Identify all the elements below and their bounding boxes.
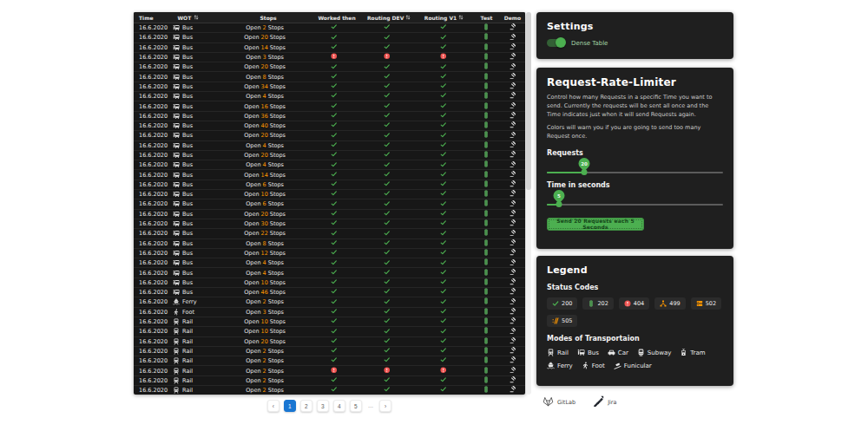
- scrollbar-thumb[interactable]: [526, 12, 531, 190]
- table-row[interactable]: 16.6.2020 Bus Open 36 Stops: [134, 112, 525, 121]
- check-icon: [331, 269, 338, 278]
- table-row[interactable]: 16.6.2020 Bus Open 4 Stops: [134, 92, 525, 101]
- bus-icon: [577, 349, 585, 356]
- table-row[interactable]: 16.6.2020 Rail Open 2 Stops: [134, 366, 525, 375]
- table-row[interactable]: 16.6.2020 Bus Open 34 Stops: [134, 82, 525, 92]
- mode-label: Bus: [182, 200, 193, 207]
- column-header[interactable]: Time: [134, 15, 178, 21]
- time-slider[interactable]: 5: [547, 204, 723, 206]
- column-header[interactable]: Routing DEV: [363, 15, 415, 21]
- column-header[interactable]: Demo: [500, 15, 525, 21]
- table-row[interactable]: 16.6.2020 Rail Open 2 Stops: [134, 376, 525, 386]
- pagination-page-button[interactable]: 4: [333, 400, 345, 412]
- cell-stops: Open 6 Stops: [221, 200, 307, 207]
- check-icon: [331, 132, 338, 140]
- column-header[interactable]: Routing V1: [415, 15, 473, 21]
- table-row[interactable]: 16.6.2020 Bus Open 20 Stops: [134, 210, 525, 219]
- table-row[interactable]: 16.6.2020 Bus Open 30 Stops: [134, 219, 525, 229]
- requests-slider-thumb[interactable]: [581, 169, 587, 175]
- cell-test: [472, 160, 500, 169]
- cell-test: [472, 82, 500, 91]
- check-icon: [440, 386, 447, 395]
- cell-routing-dev: [361, 34, 414, 42]
- table-row[interactable]: 16.6.2020 Bus Open 3 Stops: [134, 53, 525, 62]
- stops-word: Stops: [270, 44, 286, 51]
- time-slider-thumb[interactable]: [556, 201, 562, 207]
- table-row[interactable]: 16.6.2020 Bus Open 10 Stops: [134, 278, 525, 288]
- cell-test: [472, 92, 500, 101]
- pagination-next-button[interactable]: ›: [379, 400, 391, 412]
- sort-icon[interactable]: [458, 15, 464, 20]
- table-row[interactable]: 16.6.2020 Bus Open 4 Stops: [134, 160, 525, 170]
- external-link[interactable]: GitLab: [542, 394, 575, 410]
- stops-count: 3: [263, 309, 266, 316]
- pagination-page-button[interactable]: 1: [284, 400, 296, 412]
- table-row[interactable]: 16.6.2020 Bus Open 4 Stops: [134, 141, 525, 151]
- pagination-page-button[interactable]: 3: [317, 400, 329, 412]
- send-requests-button[interactable]: Send 20 Requests each 5 Seconds: [547, 218, 644, 231]
- pagination-page-button[interactable]: 2: [300, 400, 312, 412]
- pagination-prev-button[interactable]: ‹: [267, 400, 279, 412]
- sort-icon[interactable]: [405, 15, 411, 20]
- cell-wot: Bus: [173, 172, 221, 179]
- table-row[interactable]: 16.6.2020 Bus Open 20 Stops: [134, 62, 525, 72]
- table-row[interactable]: 16.6.2020 Bus Open 6 Stops: [134, 180, 525, 190]
- stops-word: Stops: [268, 200, 284, 207]
- table-row[interactable]: 16.6.2020 Bus Open 46 Stops: [134, 288, 525, 297]
- column-header[interactable]: Test: [473, 15, 500, 21]
- check-icon: [440, 141, 447, 150]
- table-row[interactable]: 16.6.2020 Rail Open 2 Stops: [134, 356, 525, 366]
- cell-demo: [500, 34, 525, 42]
- table-row[interactable]: 16.6.2020 Foot Open 3 Stops: [134, 308, 525, 317]
- table-row[interactable]: 16.6.2020 Bus Open 40 Stops: [134, 121, 525, 131]
- table-row[interactable]: 16.6.2020 Bus Open 8 Stops: [134, 239, 525, 249]
- table-row[interactable]: 16.6.2020 Bus Open 16 Stops: [134, 101, 525, 111]
- table-row[interactable]: 16.6.2020 Rail Open 20 Stops: [134, 337, 525, 347]
- gavel-icon: [510, 53, 516, 62]
- table-row[interactable]: 16.6.2020 Bus Open 2 Stops: [134, 23, 525, 33]
- stops-count: 20: [261, 211, 268, 218]
- table-row[interactable]: 16.6.2020 Bus Open 20 Stops: [134, 151, 525, 160]
- table-row[interactable]: 16.6.2020 Bus Open 4 Stops: [134, 268, 525, 278]
- table-row[interactable]: 16.6.2020 Ferry Open 2 Stops: [134, 297, 525, 307]
- external-link[interactable]: Jira: [593, 394, 616, 410]
- table-row[interactable]: 16.6.2020 Bus Open 22 Stops: [134, 229, 525, 238]
- table-row[interactable]: 16.6.2020 Rail Open 2 Stops: [134, 386, 525, 395]
- table-row[interactable]: 16.6.2020 Rail Open 10 Stops: [134, 317, 525, 327]
- table-row[interactable]: 16.6.2020 Bus Open 14 Stops: [134, 170, 525, 180]
- cell-worked-then: [308, 73, 361, 82]
- table-row[interactable]: 16.6.2020 Bus Open 14 Stops: [134, 43, 525, 53]
- table-row[interactable]: 16.6.2020 Bus Open 8 Stops: [134, 72, 525, 82]
- cell-routing-dev: [361, 180, 414, 189]
- table-row[interactable]: 16.6.2020 Bus Open 20 Stops: [134, 33, 525, 42]
- table-row[interactable]: 16.6.2020 Bus Open 20 Stops: [134, 131, 525, 140]
- table-row[interactable]: 16.6.2020 Rail Open 2 Stops: [134, 347, 525, 356]
- sort-icon[interactable]: [194, 15, 199, 20]
- toggle-knob[interactable]: [556, 37, 566, 48]
- table-scrollbar[interactable]: [526, 12, 531, 395]
- stops-open-word: Open: [246, 161, 260, 168]
- stops-word: Stops: [270, 83, 286, 90]
- table-row[interactable]: 16.6.2020 Rail Open 10 Stops: [134, 327, 525, 336]
- cell-wot: Bus: [173, 220, 221, 227]
- check-icon: [331, 337, 338, 346]
- cell-worked-then: [308, 337, 361, 346]
- table-row[interactable]: 16.6.2020 Bus Open 12 Stops: [134, 249, 525, 258]
- rail-icon: [547, 349, 555, 356]
- pagination-page-button[interactable]: 5: [350, 400, 362, 412]
- column-header[interactable]: Stops: [226, 15, 311, 21]
- bus-icon: [173, 289, 180, 296]
- dense-table-toggle[interactable]: [547, 39, 565, 47]
- cell-time: 16.6.2020: [134, 298, 173, 305]
- check-icon: [331, 288, 338, 297]
- table-row[interactable]: 16.6.2020 Bus Open 6 Stops: [134, 199, 525, 209]
- check-icon: [440, 219, 447, 228]
- column-header[interactable]: Worked then: [311, 15, 363, 21]
- table-row[interactable]: 16.6.2020 Bus Open 10 Stops: [134, 190, 525, 199]
- column-header[interactable]: WOT: [178, 15, 227, 21]
- stops-count: 34: [261, 83, 268, 90]
- requests-slider[interactable]: 20: [547, 172, 723, 173]
- cell-time: 16.6.2020: [134, 63, 173, 70]
- cell-test: [472, 73, 500, 82]
- table-row[interactable]: 16.6.2020 Bus Open 4 Stops: [134, 258, 525, 268]
